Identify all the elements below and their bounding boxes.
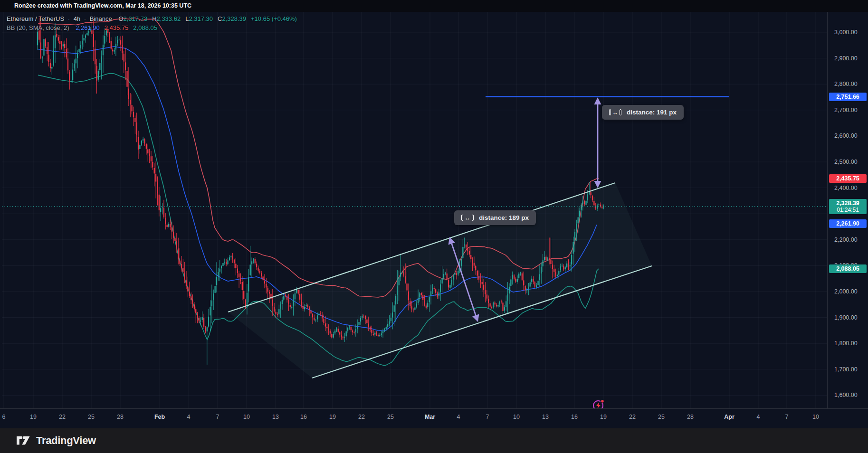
symbol-row[interactable]: Ethereum / TetherUS · 4h · Binance O2,31… [7, 14, 297, 23]
time-axis-tick: 19 [600, 414, 607, 420]
tradingview-logo-icon[interactable] [16, 434, 30, 447]
price-axis[interactable]: 3,000.002,900.002,800.002,700.002,600.00… [827, 12, 868, 408]
price-axis-tick: 1,800.00 [834, 340, 858, 347]
time-axis-tick: 22 [59, 414, 66, 420]
attribution-bar: Ron2ee created with TradingView.com, Mar… [0, 0, 868, 12]
indicator-name[interactable]: BB (20, SMA, close, 2) [7, 24, 69, 31]
time-axis-tick: 19 [30, 414, 37, 420]
time-axis-tick: 13 [272, 414, 279, 420]
chart-legend: Ethereum / TetherUS · 4h · Binance O2,31… [7, 14, 297, 32]
bb-lower-label: 2,088.05 [829, 264, 867, 273]
price-axis-tick: 2,200.00 [834, 236, 858, 243]
time-axis-tick: 4 [457, 414, 460, 420]
time-axis-tick: 19 [329, 414, 336, 420]
tradingview-brand-text[interactable]: TradingView [36, 434, 96, 447]
time-axis-tick: 16 [300, 414, 307, 420]
time-axis-tick: Feb [154, 414, 165, 420]
interval-label[interactable]: 4h [74, 15, 80, 22]
ray-price-label: 2,751.66 [829, 93, 867, 101]
indicator-value: 2,088.05 [133, 24, 157, 31]
bb-basis-label: 2,261.90 [829, 219, 867, 228]
footer-bar: TradingView [0, 428, 868, 453]
measure-icon: ↔ [609, 109, 621, 116]
time-axis-tick: 10 [812, 414, 819, 420]
price-axis-tick: 2,400.00 [834, 185, 858, 191]
price-axis-tick: 2,700.00 [834, 107, 858, 113]
time-axis-tick: 7 [785, 414, 789, 420]
ohlc-key: C [218, 15, 222, 22]
time-axis-tick: 22 [629, 414, 636, 420]
time-axis-tick: 7 [486, 414, 489, 420]
bb-upper-label: 2,435.75 [829, 174, 867, 183]
time-axis-tick: Apr [724, 414, 734, 420]
time-axis-tick: 7 [216, 414, 219, 420]
time-axis-tick: 22 [358, 414, 365, 420]
measure-tooltip: ↔distance: 191 px [602, 105, 684, 120]
chart-canvas[interactable] [0, 0, 868, 453]
indicator-value: 2,435.75 [105, 24, 129, 31]
time-axis-tick: 28 [117, 414, 124, 420]
price-axis-tick: 2,900.00 [834, 55, 858, 62]
price-axis-tick: 2,500.00 [834, 159, 858, 165]
time-axis-tick: Mar [425, 414, 435, 420]
time-axis-tick: 10 [243, 414, 250, 420]
last-price-label: 2,328.3901:24:51 [829, 199, 867, 214]
indicator-row[interactable]: BB (20, SMA, close, 2) 2,261.902,435.752… [7, 23, 297, 32]
time-axis-tick: 13 [542, 414, 549, 420]
time-axis-tick: 4 [757, 414, 760, 420]
ohlc-value: 2,328.39 [222, 15, 246, 22]
price-axis-tick: 1,600.00 [834, 392, 858, 398]
time-axis-tick: 6 [2, 414, 6, 420]
time-axis[interactable]: 619222528Feb47101316192225Mar47101316192… [0, 408, 868, 428]
price-axis-tick: 2,000.00 [834, 288, 858, 295]
change-value: +10.65 (+0.46%) [251, 15, 297, 22]
ohlc-key: H [152, 15, 156, 22]
indicator-value: 2,261.90 [76, 24, 100, 31]
price-axis-tick: 1,900.00 [834, 314, 858, 321]
legend-separator: · [82, 15, 88, 22]
countdown-timer: 01:24:51 [829, 207, 867, 213]
measure-distance-text: distance: 191 px [627, 109, 677, 116]
indicator-values: 2,261.902,435.752,088.05 [71, 24, 157, 31]
time-axis-tick: 16 [571, 414, 578, 420]
measure-distance-text: distance: 189 px [479, 214, 529, 221]
measure-icon: ↔ [461, 215, 474, 221]
price-axis-tick: 2,600.00 [834, 132, 858, 139]
time-axis-tick: 25 [88, 414, 95, 420]
time-axis-tick: 25 [387, 414, 394, 420]
legend-separator: · [66, 15, 72, 22]
ohlc-key: O [118, 15, 123, 22]
ohlc-value: 2,317.73 [124, 15, 148, 22]
time-axis-tick: 10 [513, 414, 520, 420]
exchange-label: Binance [90, 15, 112, 22]
price-axis-tick: 3,000.00 [834, 29, 858, 36]
attribution-text: Ron2ee created with TradingView.com, Mar… [14, 2, 191, 9]
time-axis-tick: 4 [187, 414, 191, 420]
time-axis-tick: 28 [687, 414, 694, 420]
symbol-name[interactable]: Ethereum / TetherUS [7, 15, 64, 22]
time-axis-tick: 25 [658, 414, 665, 420]
measure-tooltip: ↔distance: 189 px [454, 210, 536, 225]
ohlc-value: 2,317.30 [189, 15, 213, 22]
price-axis-tick: 2,800.00 [834, 81, 858, 87]
tradingview-snapshot: Ron2ee created with TradingView.com, Mar… [0, 0, 868, 453]
ohlc-value: 2,333.62 [157, 15, 181, 22]
price-axis-tick: 1,700.00 [834, 366, 858, 373]
ohlc-values: O2,317.73H2,333.62L2,317.30C2,328.39+10.… [114, 15, 296, 22]
